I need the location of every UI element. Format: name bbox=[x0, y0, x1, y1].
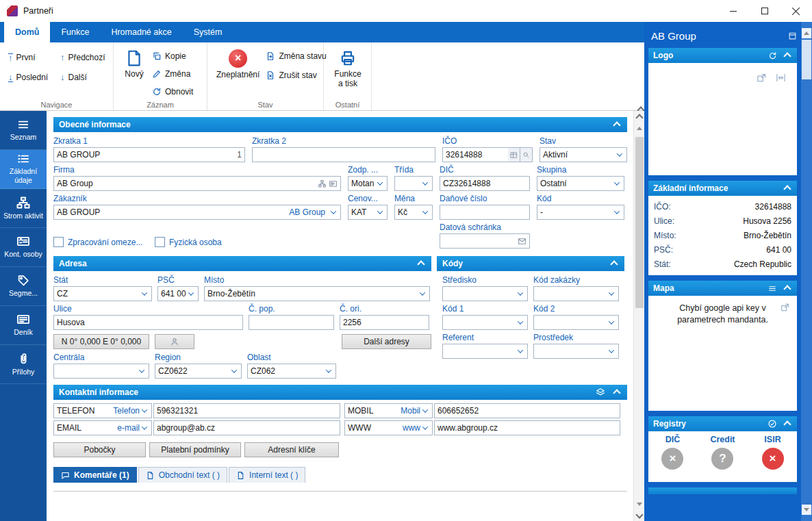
last-record-button[interactable]: ↓ Poslední bbox=[5, 71, 58, 84]
region-combo[interactable]: CZ0622 bbox=[155, 364, 242, 379]
dropdown-arrow-icon[interactable] bbox=[516, 287, 524, 301]
dropdown-arrow-icon[interactable] bbox=[420, 177, 429, 190]
collapse-chevron-icon[interactable] bbox=[783, 51, 792, 60]
panel-expand-button[interactable] bbox=[634, 510, 645, 521]
collapse-chevron-icon[interactable] bbox=[612, 120, 622, 129]
fyzicka-osoba-checkbox[interactable]: Fyzická osoba bbox=[155, 237, 222, 247]
contact-type-combo[interactable]: TELEFON Telefon bbox=[53, 403, 152, 418]
stav-combo[interactable]: Aktivní bbox=[540, 147, 627, 162]
registry-item-isir[interactable]: ISIR × bbox=[762, 435, 784, 470]
copy-record-button[interactable]: Kopie bbox=[149, 49, 196, 63]
new-record-button[interactable]: Nový bbox=[119, 45, 149, 99]
cislo-orientacni-input[interactable]: 2256 bbox=[340, 315, 429, 330]
hierarchy-icon[interactable] bbox=[318, 179, 327, 188]
prostredek-combo[interactable] bbox=[533, 344, 619, 359]
contact-value-input[interactable]: 606652652 bbox=[434, 403, 620, 418]
scrollbar-thumb[interactable] bbox=[802, 40, 811, 79]
minimize-button[interactable] bbox=[718, 0, 749, 22]
dropdown-arrow-icon[interactable] bbox=[607, 344, 616, 358]
danove-cislo-input[interactable] bbox=[440, 205, 530, 220]
dropdown-arrow-icon[interactable] bbox=[186, 287, 195, 301]
dalsi-adresy-button[interactable]: Další adresy bbox=[342, 334, 431, 349]
tab-interni-text[interactable]: Interní text ( ) bbox=[229, 467, 305, 483]
dropdown-arrow-icon[interactable] bbox=[607, 316, 616, 329]
zakaznik-link[interactable]: AB Group bbox=[289, 207, 325, 217]
kod-zakazky-combo[interactable] bbox=[533, 286, 619, 301]
firma-input[interactable]: AB Group bbox=[53, 176, 341, 191]
functions-print-button[interactable]: Funkce a tisk bbox=[329, 45, 366, 99]
refresh-icon[interactable] bbox=[768, 51, 777, 60]
adresni-klice-button[interactable]: Adresní klíče bbox=[244, 442, 339, 457]
tab-hromadne-akce[interactable]: Hromadné akce bbox=[100, 22, 182, 42]
registry-item-credit[interactable]: Credit ? bbox=[710, 435, 735, 470]
dropdown-arrow-icon[interactable] bbox=[229, 364, 238, 378]
dropdown-arrow-icon[interactable] bbox=[612, 177, 621, 190]
dropdown-arrow-icon[interactable] bbox=[329, 205, 338, 219]
contact-type-combo[interactable]: MOBIL Mobil bbox=[344, 403, 433, 418]
mena-combo[interactable]: Kč bbox=[394, 205, 433, 220]
splitter[interactable] bbox=[53, 491, 627, 503]
kod-combo[interactable]: - bbox=[537, 205, 624, 220]
kod1-combo[interactable] bbox=[442, 315, 528, 330]
sidebar-item-segmentace[interactable]: Segme... bbox=[0, 267, 47, 306]
contact-value-input[interactable]: www.abgroup.cz bbox=[434, 420, 620, 435]
check-circle-icon[interactable] bbox=[767, 419, 777, 429]
dropdown-arrow-icon[interactable] bbox=[375, 205, 384, 219]
kod2-combo[interactable] bbox=[533, 315, 619, 330]
collapse-chevron-icon[interactable] bbox=[609, 259, 619, 268]
contact-value-input[interactable]: abgroup@ab.cz bbox=[153, 420, 340, 435]
ico-register-lookup-button[interactable] bbox=[508, 147, 520, 162]
ulice-input[interactable]: Husova bbox=[53, 315, 243, 330]
tab-funkce[interactable]: Funkce bbox=[50, 22, 100, 42]
zpracovani-omezeno-checkbox[interactable]: Zpracování omeze... bbox=[53, 237, 142, 247]
tab-domu[interactable]: Domů bbox=[4, 22, 50, 42]
card-icon[interactable] bbox=[329, 179, 338, 188]
dropdown-arrow-icon[interactable] bbox=[140, 404, 149, 418]
ico-search-button[interactable] bbox=[520, 147, 533, 162]
dropdown-arrow-icon[interactable] bbox=[612, 205, 621, 219]
fit-width-icon[interactable] bbox=[776, 73, 786, 83]
next-record-button[interactable]: ↓ Další bbox=[58, 71, 108, 84]
dropdown-arrow-icon[interactable] bbox=[420, 205, 429, 219]
sidebar-item-zakladni-udaje[interactable]: Základní údaje bbox=[0, 150, 47, 189]
cancel-state-button[interactable]: Zrušit stav bbox=[263, 68, 329, 82]
oblast-combo[interactable]: CZ062 bbox=[247, 364, 336, 379]
dropdown-arrow-icon[interactable] bbox=[615, 148, 624, 162]
edit-record-button[interactable]: Změna bbox=[149, 67, 196, 81]
dropdown-arrow-icon[interactable] bbox=[137, 364, 146, 378]
panel-options-icon[interactable] bbox=[788, 31, 797, 40]
layers-icon[interactable] bbox=[596, 387, 605, 397]
dropdown-arrow-icon[interactable] bbox=[516, 344, 524, 358]
prev-record-button[interactable]: ↑ Předchozí bbox=[58, 51, 108, 64]
zkratka1-input[interactable]: AB GROUP 1 bbox=[53, 147, 245, 162]
sidebar-item-seznam[interactable]: Seznam bbox=[0, 111, 47, 150]
person-lookup-button[interactable] bbox=[155, 334, 194, 349]
contact-type-combo[interactable]: WWW www bbox=[344, 420, 433, 435]
collapse-chevron-icon[interactable] bbox=[783, 283, 792, 293]
collapse-chevron-icon[interactable] bbox=[783, 419, 792, 429]
centrala-combo[interactable] bbox=[53, 364, 149, 379]
scroll-down-button[interactable] bbox=[634, 498, 645, 509]
collapse-chevron-icon[interactable] bbox=[783, 183, 792, 193]
close-button[interactable] bbox=[781, 0, 812, 22]
external-link-icon[interactable] bbox=[781, 303, 790, 312]
datova-schranka-input[interactable] bbox=[440, 233, 530, 249]
zodpovedna-osoba-combo[interactable]: Motan bbox=[348, 176, 388, 191]
databox-icon[interactable] bbox=[518, 237, 526, 246]
registry-item-dic[interactable]: DIČ × bbox=[661, 435, 683, 470]
misto-combo[interactable]: Brno-Žebětín bbox=[204, 286, 430, 301]
psc-combo[interactable]: 641 00 bbox=[157, 286, 199, 301]
scroll-up-button[interactable] bbox=[802, 28, 811, 38]
refresh-record-button[interactable]: Obnovit bbox=[149, 85, 196, 99]
stredisko-combo[interactable] bbox=[442, 286, 528, 301]
cenova-skupina-combo[interactable]: KAT bbox=[348, 205, 388, 220]
change-state-button[interactable]: Změna stavu bbox=[263, 49, 329, 63]
skupina-combo[interactable]: Ostatní bbox=[537, 176, 624, 191]
gps-button[interactable]: N 0° 0,000 E 0° 0,000 bbox=[53, 334, 149, 349]
tab-system[interactable]: Systém bbox=[183, 22, 233, 42]
sidebar-item-kont-osoby[interactable]: Kont. osoby bbox=[0, 228, 47, 267]
panel-collapse-button[interactable] bbox=[634, 111, 645, 122]
scroll-up-button[interactable] bbox=[634, 123, 645, 134]
dic-input[interactable]: CZ32614888 bbox=[440, 176, 530, 191]
collapse-chevron-icon[interactable] bbox=[612, 387, 622, 397]
